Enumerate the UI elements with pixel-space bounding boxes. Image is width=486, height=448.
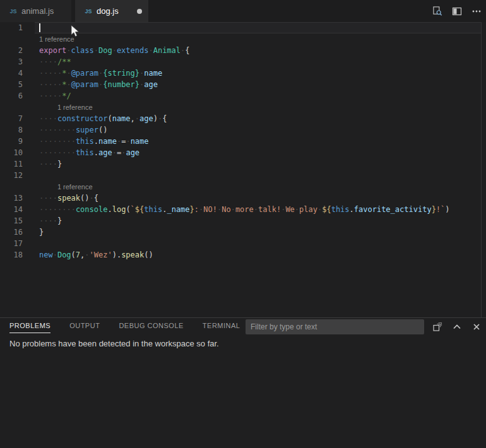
code-text[interactable]: ········super() bbox=[35, 124, 481, 136]
code-text[interactable]: ····} bbox=[35, 215, 481, 227]
whitespace-dot: · bbox=[53, 57, 57, 66]
whitespace-dot: · bbox=[48, 160, 52, 168]
code-text[interactable]: export·class·Dog·extends·Animal·{ bbox=[35, 45, 481, 56]
code-text[interactable]: ····speak()·{ bbox=[35, 192, 481, 204]
whitespace-dot: · bbox=[48, 91, 52, 100]
codelens-row[interactable]: 1 reference bbox=[0, 181, 486, 192]
code-text[interactable]: } bbox=[35, 227, 481, 238]
close-panel-icon[interactable] bbox=[471, 322, 482, 332]
whitespace-dot: · bbox=[53, 126, 57, 134]
code-line[interactable]: 13····speak()·{ bbox=[0, 192, 486, 204]
whitespace-dot: · bbox=[53, 137, 57, 146]
tab-animal-js[interactable]: JS animal.js bbox=[0, 0, 71, 22]
panel-tab-debug-console[interactable]: DEBUG CONSOLE bbox=[119, 322, 183, 333]
code-line[interactable]: 4·····*·@param·{string}·name bbox=[0, 68, 486, 79]
problems-filter-input[interactable] bbox=[246, 319, 424, 334]
code-token: constructor bbox=[57, 114, 107, 123]
gutter: 10 bbox=[0, 147, 35, 158]
code-line[interactable]: 2export·class·Dog·extends·Animal·{ bbox=[0, 45, 486, 56]
editor-lines: 11 reference2export·class·Dog·extends·An… bbox=[0, 22, 486, 261]
code-line[interactable]: 11····} bbox=[0, 158, 486, 170]
editor-scrollbar[interactable] bbox=[481, 22, 482, 317]
code-token: {number} bbox=[103, 80, 139, 89]
code-line[interactable]: 3····/** bbox=[0, 56, 486, 68]
panel-tab-terminal[interactable]: TERMINAL bbox=[203, 322, 240, 333]
code-token: NO! bbox=[203, 205, 217, 214]
code-token: () bbox=[80, 194, 89, 203]
code-text[interactable]: ····constructor(name,·age)·{ bbox=[35, 113, 481, 124]
whitespace-dot: · bbox=[48, 137, 52, 146]
code-text[interactable]: new·Dog(7,·'Wez').speak() bbox=[35, 249, 481, 261]
collapse-all-icon[interactable] bbox=[432, 322, 442, 332]
code-text[interactable]: ····} bbox=[35, 158, 481, 170]
code-text[interactable] bbox=[35, 238, 481, 249]
code-token: super bbox=[76, 126, 98, 134]
code-line[interactable]: 8········super() bbox=[0, 124, 486, 136]
gutter: 17 bbox=[0, 238, 35, 249]
code-text[interactable]: ········console.log(`${this._name}:·NO!·… bbox=[35, 204, 481, 215]
code-line[interactable]: 14········console.log(`${this._name}:·NO… bbox=[0, 204, 486, 215]
code-text[interactable]: ········this.name·=·name bbox=[35, 136, 481, 147]
line-number: 7 bbox=[0, 113, 23, 124]
code-line[interactable]: 5·····*·@param·{number}·age bbox=[0, 79, 486, 90]
code-line[interactable]: 9········this.name·=·name bbox=[0, 136, 486, 147]
code-token: favorite_activity bbox=[354, 205, 432, 214]
code-token: 7 bbox=[76, 251, 80, 259]
whitespace-dot: · bbox=[53, 216, 57, 225]
codelens-reference[interactable]: 1 reference bbox=[35, 33, 481, 45]
editor-actions bbox=[432, 0, 483, 22]
open-preview-icon[interactable] bbox=[432, 6, 442, 16]
line-number: 6 bbox=[0, 90, 23, 102]
code-token: age bbox=[139, 114, 153, 123]
code-text[interactable]: ·····*/ bbox=[35, 90, 481, 102]
codelens-row[interactable]: 1 reference bbox=[0, 33, 486, 45]
line-number bbox=[0, 102, 23, 113]
gutter: 8 bbox=[0, 124, 35, 136]
code-line[interactable]: 16} bbox=[0, 227, 486, 238]
code-line[interactable]: 12 bbox=[0, 170, 486, 181]
code-line[interactable]: 10········this.age·=·age bbox=[0, 147, 486, 158]
code-text[interactable] bbox=[35, 170, 481, 181]
split-editor-icon[interactable] bbox=[452, 6, 462, 16]
gutter: 9 bbox=[0, 136, 35, 147]
line-number: 15 bbox=[0, 215, 23, 227]
code-line[interactable]: 17 bbox=[0, 238, 486, 249]
gutter: 4 bbox=[0, 68, 35, 79]
code-token: this bbox=[144, 205, 162, 214]
more-actions-icon[interactable] bbox=[471, 6, 482, 16]
code-text[interactable]: ·····*·@param·{string}·name bbox=[35, 68, 481, 79]
gutter: 6 bbox=[0, 90, 35, 102]
code-line[interactable]: 7····constructor(name,·age)·{ bbox=[0, 113, 486, 124]
code-line[interactable]: 18new·Dog(7,·'Wez').speak() bbox=[0, 249, 486, 261]
code-token: () bbox=[98, 126, 107, 134]
code-line[interactable]: 1 bbox=[0, 22, 486, 33]
code-token: this bbox=[76, 148, 94, 157]
whitespace-dot: · bbox=[53, 160, 57, 168]
gutter bbox=[0, 102, 35, 113]
code-editor[interactable]: 11 reference2export·class·Dog·extends·An… bbox=[0, 22, 486, 317]
codelens-row[interactable]: 1 reference bbox=[0, 102, 486, 113]
maximize-panel-icon[interactable] bbox=[452, 322, 462, 332]
panel-tab-problems[interactable]: PROBLEMS bbox=[9, 322, 50, 333]
codelens-reference[interactable]: 1 reference bbox=[35, 102, 481, 113]
code-token: play bbox=[299, 205, 317, 214]
code-line[interactable]: 6·····*/ bbox=[0, 90, 486, 102]
code-token: ) bbox=[112, 251, 117, 259]
whitespace-dot: · bbox=[53, 80, 57, 89]
code-text[interactable]: ········this.age·=·age bbox=[35, 147, 481, 158]
code-token: age bbox=[126, 148, 139, 157]
code-text[interactable] bbox=[35, 22, 481, 33]
javascript-file-icon: JS bbox=[8, 6, 18, 16]
codelens-reference[interactable]: 1 reference bbox=[35, 181, 481, 192]
code-line[interactable]: 15····} bbox=[0, 215, 486, 227]
code-text[interactable]: ·····*·@param·{number}·age bbox=[35, 79, 481, 90]
modified-dot-indicator[interactable] bbox=[137, 9, 142, 14]
code-token: speak bbox=[121, 251, 144, 259]
tab-dog-js[interactable]: JS dog.js bbox=[75, 0, 148, 22]
whitespace-dot: · bbox=[53, 114, 57, 123]
whitespace-dot: · bbox=[48, 194, 52, 203]
code-text[interactable]: ····/** bbox=[35, 56, 481, 68]
line-number: 10 bbox=[0, 147, 23, 158]
line-number: 13 bbox=[0, 192, 23, 204]
panel-tab-output[interactable]: OUTPUT bbox=[69, 322, 100, 333]
